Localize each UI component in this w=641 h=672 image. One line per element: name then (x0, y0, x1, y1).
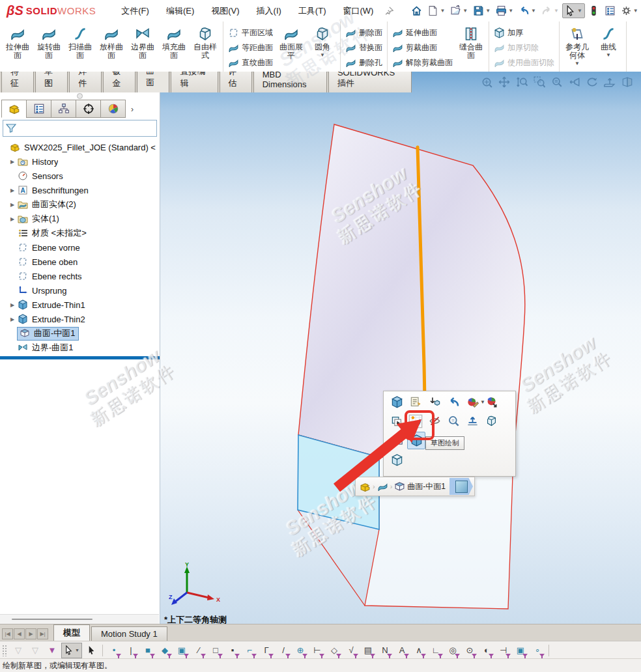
bottom-tab-模型[interactable]: 模型 (53, 624, 90, 641)
ribbon-button-平面区域[interactable]: 平面区域 (225, 25, 276, 40)
ribbon-button-加厚切除[interactable]: 加厚切除 (491, 40, 557, 55)
breadcrumb-part-icon[interactable] (360, 481, 371, 492)
breadcrumb-feature-label[interactable]: 曲面-中面1 (407, 481, 446, 492)
shaded-cube-button[interactable] (407, 432, 425, 449)
dropdown-caret[interactable]: ▼ (575, 61, 580, 66)
toggle-selection-filters-button[interactable]: ▼ (44, 643, 60, 658)
pin-icon[interactable] (384, 7, 393, 16)
tree-item-History[interactable]: ▶ History (0, 154, 160, 169)
rebuild-button[interactable] (586, 4, 601, 18)
save-button[interactable]: ▼ (471, 4, 492, 18)
ribbon-button-自由样式[interactable]: 自由样式 (190, 23, 221, 60)
sheet-nav-|◀[interactable]: |◀ (2, 628, 13, 639)
filter-solid-bodies-button[interactable]: ▣ (174, 643, 190, 658)
bottom-tab-Motion Study 1[interactable]: Motion Study 1 (91, 626, 167, 641)
box-button[interactable] (388, 452, 405, 468)
panel-tab-overflow-chevron[interactable]: › (125, 101, 139, 118)
tree-item-Ursprung[interactable]: Ursprung (0, 283, 160, 298)
filter-sketch-points-button[interactable]: ▪ (225, 643, 240, 658)
sheet-nav-◀[interactable]: ◀ (14, 628, 25, 639)
3d-model[interactable] (160, 72, 641, 624)
ribbon-button-边界曲面[interactable]: 边界曲面 (127, 23, 158, 60)
ribbon-button-加厚[interactable]: 加厚 (491, 25, 557, 40)
tree-item-实体(1)[interactable]: ▶ 实体(1) (0, 212, 160, 226)
tree-item-SWX2025_Fillet_JOE (Standard) <<St[interactable]: SWX2025_Fillet_JOE (Standard) < (0, 140, 160, 154)
menu-文件[interactable]: 文件(F) (113, 1, 158, 21)
filter-sketch-contours-button[interactable]: ⌐ (242, 643, 257, 658)
tree-item-边界-曲面1[interactable]: 边界-曲面1 (0, 341, 160, 355)
menu-编辑[interactable]: 编辑(E) (158, 1, 203, 21)
ribbon-button-旋转曲面[interactable]: 旋转曲面 (33, 23, 64, 60)
ribbon-button-替换面[interactable]: 替换面 (343, 40, 385, 55)
expand-arrow[interactable]: ▶ (8, 316, 17, 322)
ribbon-button-拉伸曲面[interactable]: 拉伸曲面 (2, 23, 33, 60)
tree-item-Sensors[interactable]: Sensors (0, 169, 160, 183)
filter-notes-button[interactable]: N (377, 643, 393, 658)
filter-datum-targets-button[interactable]: ⊙ (462, 643, 477, 658)
breadcrumb-surface-body-icon[interactable] (377, 481, 388, 492)
lasso-cursor-button[interactable] (83, 643, 99, 658)
dropdown-caret[interactable]: ▼ (554, 8, 559, 14)
filter-gtol-button[interactable]: ▤ (360, 643, 376, 658)
panel-tab-displaymanager[interactable] (100, 100, 126, 118)
filter-vertices-button[interactable]: • (106, 643, 122, 658)
ribbon-button-缝合曲面[interactable]: 缝合曲面 (455, 23, 487, 60)
filter-weld-symbols-button[interactable]: ∧ (411, 643, 427, 658)
comment-button[interactable] (407, 394, 424, 410)
expand-arrow[interactable]: ▶ (8, 202, 17, 208)
ribbon-button-删除孔[interactable]: 删除孔 (343, 55, 385, 70)
zoom-area-icon[interactable] (533, 76, 546, 89)
filter-center-points-button[interactable]: ⊕ (292, 643, 308, 658)
filter-sketch-segments-button[interactable]: Γ (259, 643, 274, 658)
panel-splitter[interactable] (0, 356, 160, 359)
ribbon-button-使用曲面切除[interactable]: 使用曲面切除 (491, 55, 557, 70)
tree-item-Beschriftungen[interactable]: ▶ A Beschriftungen (0, 183, 160, 197)
menu-视图[interactable]: 视图(V) (203, 1, 248, 21)
zoom-in-out-icon[interactable] (515, 76, 528, 89)
tree-item-材质 <未指定>[interactable]: 材质 <未指定> (0, 226, 160, 240)
filter-chamfer-dimensions-button[interactable]: ◇ (326, 643, 342, 658)
dropdown-caret[interactable]: ▼ (320, 52, 325, 58)
panel-tab-featuremanager[interactable] (1, 100, 27, 118)
ribbon-button-剪裁曲面[interactable]: 剪裁曲面 (390, 40, 455, 55)
dropdown-caret[interactable]: ▼ (485, 8, 491, 14)
ribbon-button-解除剪裁曲面[interactable]: 解除剪裁曲面 (390, 55, 455, 70)
settings-button[interactable]: ▼ (619, 4, 640, 18)
pan-icon[interactable] (498, 76, 511, 89)
zoom-to-selection-button[interactable]: = (445, 413, 462, 429)
menu-工具[interactable]: 工具(T) (290, 1, 335, 21)
redo-button[interactable]: ▼ (539, 4, 561, 18)
ribbon-button-延伸曲面[interactable]: 延伸曲面 (390, 25, 455, 40)
tree-item-Ebene rechts[interactable]: Ebene rechts (0, 269, 160, 283)
select-button[interactable]: ▼ (562, 3, 585, 18)
expand-arrow[interactable]: ▶ (8, 216, 17, 222)
filter-balloons-button[interactable]: ◎ (445, 643, 461, 658)
ribbon-button-曲面展平[interactable]: 曲面展平 (276, 23, 307, 60)
menu-窗口[interactable]: 窗口(W) (334, 1, 382, 21)
appearance-callout-button[interactable] (483, 394, 500, 410)
filter-faces-button[interactable]: ■ (140, 643, 156, 658)
edit-appearance-button[interactable]: ▼ (464, 394, 481, 410)
tree-item-Ebene vorne[interactable]: Ebene vorne (0, 240, 160, 255)
panel-horizontal-scrollbar[interactable] (0, 614, 159, 624)
select-other-button[interactable] (388, 413, 405, 429)
select-cursor-button[interactable]: ▼ (61, 643, 82, 658)
dropdown-caret[interactable]: ▼ (508, 8, 513, 14)
ribbon-button-曲线[interactable]: 曲线▼ (593, 23, 624, 58)
hide-button[interactable] (426, 413, 443, 429)
ribbon-button-删除面[interactable]: 删除面 (343, 25, 385, 40)
filter-center-of-mass-button[interactable]: ◐ (479, 643, 494, 658)
dropdown-caret[interactable]: ▼ (531, 8, 536, 14)
print-button[interactable]: ▼ (494, 4, 515, 18)
ribbon-button-直纹曲面[interactable]: 直纹曲面 (225, 55, 276, 70)
tree-filter-input[interactable] (3, 120, 157, 137)
section-view-icon[interactable] (603, 76, 616, 89)
previous-view-icon[interactable] (568, 76, 581, 89)
filter-annotations-button[interactable]: A (394, 643, 410, 658)
expand-arrow[interactable]: ▶ (8, 302, 17, 308)
isolate-button[interactable] (426, 394, 443, 410)
rotate-view-icon[interactable] (586, 76, 599, 89)
expand-arrow[interactable]: ▶ (8, 159, 17, 165)
filter-datums-button[interactable]: ∟ (428, 643, 444, 658)
ribbon-button-等距曲面[interactable]: 等距曲面 (225, 40, 276, 55)
